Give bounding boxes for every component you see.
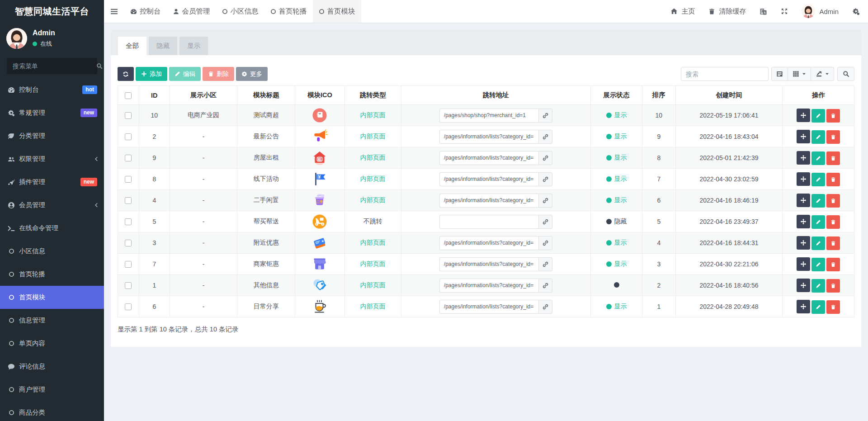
row-delete-button[interactable] [826, 173, 840, 186]
row-delete-button[interactable] [826, 151, 840, 165]
row-delete-button[interactable] [826, 130, 840, 144]
drag-sort-button[interactable] [797, 279, 810, 292]
add-button[interactable]: 添加 [136, 67, 167, 81]
row-checkbox[interactable] [125, 155, 132, 161]
jump-url-input[interactable] [439, 279, 538, 293]
sidebar-item-14[interactable]: 商户管理 [0, 378, 104, 401]
sidebar-item-5[interactable]: 插件管理new [0, 170, 104, 194]
open-link-button[interactable] [538, 257, 552, 271]
sidebar-item-2[interactable]: 常规管理new [0, 101, 104, 124]
row-edit-button[interactable] [811, 300, 825, 314]
open-link-button[interactable] [538, 236, 552, 250]
filter-tab-1[interactable]: 全部 [118, 37, 146, 55]
select-all-checkbox[interactable] [125, 92, 132, 99]
open-link-button[interactable] [538, 172, 552, 186]
drag-sort-button[interactable] [797, 172, 810, 186]
drag-sort-button[interactable] [797, 151, 810, 165]
row-delete-button[interactable] [826, 194, 840, 208]
open-link-button[interactable] [538, 215, 552, 229]
search-toggle-button[interactable] [837, 67, 854, 81]
open-link-button[interactable] [538, 151, 552, 165]
sidebar-item-6[interactable]: 会员管理 [0, 194, 104, 217]
row-edit-button[interactable] [811, 130, 825, 144]
topbar-tab-3[interactable]: 小区信息 [216, 0, 264, 23]
cell-status[interactable]: 显示 [591, 296, 642, 317]
row-delete-button[interactable] [826, 279, 840, 293]
row-edit-button[interactable] [811, 173, 825, 186]
toggle-view-button[interactable] [771, 67, 788, 81]
user-menu[interactable]: Admin [795, 0, 845, 23]
jump-url-input[interactable] [439, 215, 538, 229]
jump-url-input[interactable] [439, 109, 538, 123]
cell-status[interactable] [591, 275, 642, 296]
cell-status[interactable]: 显示 [591, 126, 642, 147]
table-search-input[interactable] [681, 67, 769, 81]
topbar-tab-4[interactable]: 首页轮播 [264, 0, 313, 23]
drag-sort-button[interactable] [797, 236, 810, 250]
drag-sort-button[interactable] [797, 300, 810, 313]
row-edit-button[interactable] [811, 109, 825, 123]
topbar-tab-2[interactable]: 会员管理 [167, 0, 216, 23]
cell-status[interactable]: 显示 [591, 190, 642, 211]
row-delete-button[interactable] [826, 109, 840, 123]
menu-search-input[interactable] [7, 62, 96, 70]
jump-url-input[interactable] [439, 257, 538, 271]
sidebar-item-11[interactable]: 信息管理 [0, 309, 104, 332]
menu-toggle-button[interactable] [104, 0, 124, 23]
sidebar-item-9[interactable]: 首页轮播 [0, 263, 104, 286]
edit-button[interactable]: 编辑 [169, 67, 201, 81]
jump-url-input[interactable] [439, 300, 538, 314]
cell-status[interactable]: 显示 [591, 232, 642, 254]
drag-sort-button[interactable] [797, 109, 810, 122]
cell-status[interactable]: 隐藏 [591, 211, 642, 232]
row-checkbox[interactable] [125, 261, 132, 268]
clear-cache-link[interactable]: 清除缓存 [702, 0, 753, 23]
jump-url-input[interactable] [439, 130, 538, 144]
row-edit-button[interactable] [811, 194, 825, 208]
sidebar-item-1[interactable]: 控制台hot [0, 78, 104, 101]
drag-sort-button[interactable] [797, 257, 810, 271]
row-checkbox[interactable] [125, 133, 132, 140]
row-edit-button[interactable] [811, 215, 825, 229]
row-checkbox[interactable] [125, 197, 132, 204]
fullscreen-button[interactable] [774, 0, 795, 23]
drag-sort-button[interactable] [797, 194, 810, 207]
delete-button[interactable]: 删除 [203, 67, 234, 81]
refresh-button[interactable] [118, 67, 134, 81]
row-checkbox[interactable] [125, 282, 132, 289]
language-button[interactable] [753, 0, 774, 23]
row-delete-button[interactable] [826, 237, 840, 250]
row-checkbox[interactable] [125, 176, 132, 183]
sidebar-item-4[interactable]: 权限管理 [0, 147, 104, 170]
row-edit-button[interactable] [811, 279, 825, 293]
row-edit-button[interactable] [811, 258, 825, 271]
columns-button[interactable] [788, 67, 811, 81]
drag-sort-button[interactable] [797, 215, 810, 228]
open-link-button[interactable] [538, 109, 552, 123]
row-checkbox[interactable] [125, 112, 132, 119]
sidebar-item-10[interactable]: 首页模块 [0, 286, 104, 309]
row-delete-button[interactable] [826, 258, 840, 271]
jump-url-input[interactable] [439, 236, 538, 250]
more-button[interactable]: 更多 [236, 67, 268, 81]
row-checkbox[interactable] [125, 240, 132, 246]
filter-tab-2[interactable]: 隐藏 [149, 37, 177, 55]
cell-status[interactable]: 显示 [591, 147, 642, 169]
jump-url-input[interactable] [439, 172, 538, 186]
row-edit-button[interactable] [811, 151, 825, 165]
filter-tab-3[interactable]: 显示 [179, 37, 208, 55]
home-link[interactable]: 主页 [664, 0, 702, 23]
cell-status[interactable]: 显示 [591, 254, 642, 275]
open-link-button[interactable] [538, 194, 552, 208]
row-edit-button[interactable] [811, 237, 825, 250]
row-delete-button[interactable] [826, 215, 840, 229]
open-link-button[interactable] [538, 300, 552, 314]
sidebar-item-15[interactable]: 商品分类 [0, 401, 104, 421]
jump-url-input[interactable] [439, 151, 538, 165]
sidebar-item-7[interactable]: 在线命令管理 [0, 217, 104, 240]
sidebar-item-12[interactable]: 单页内容 [0, 332, 104, 355]
user-avatar[interactable] [6, 28, 27, 49]
open-link-button[interactable] [538, 279, 552, 293]
cell-status[interactable]: 显示 [591, 105, 642, 126]
row-delete-button[interactable] [826, 300, 840, 314]
